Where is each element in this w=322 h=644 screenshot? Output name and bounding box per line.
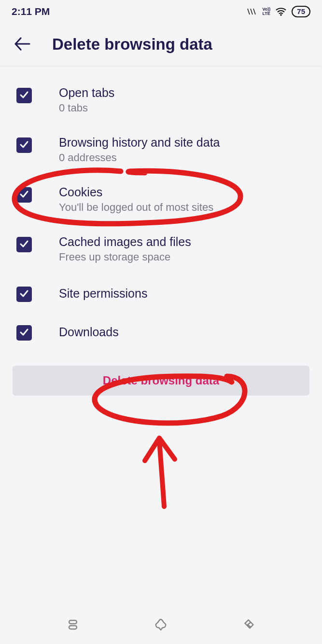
- option-cached-images[interactable]: Cached images and files Frees up storage…: [13, 224, 309, 274]
- nav-back-icon[interactable]: [242, 618, 256, 633]
- status-bar: 2:11 PM Vo))LTE 75: [0, 0, 322, 23]
- option-subtitle: 0 addresses: [59, 151, 220, 164]
- checkbox-cached-images[interactable]: [16, 237, 32, 252]
- check-icon: [19, 327, 29, 339]
- option-site-permissions[interactable]: Site permissions: [13, 274, 309, 313]
- option-title: Downloads: [59, 325, 119, 339]
- check-icon: [19, 90, 29, 101]
- option-subtitle: Frees up storage space: [59, 251, 191, 263]
- status-indicators: Vo))LTE 75: [247, 6, 310, 17]
- signal-icon: [247, 8, 257, 15]
- bottom-nav: [0, 607, 322, 644]
- option-cookies[interactable]: Cookies You'll be logged out of most sit…: [13, 175, 309, 224]
- back-button[interactable]: [12, 34, 33, 55]
- option-title: Browsing history and site data: [59, 136, 220, 150]
- checkbox-site-permissions[interactable]: [16, 287, 32, 302]
- check-icon: [19, 239, 29, 250]
- option-open-tabs[interactable]: Open tabs 0 tabs: [13, 75, 309, 125]
- svg-point-3: [280, 14, 282, 16]
- check-icon: [19, 189, 29, 201]
- svg-line-2: [253, 9, 255, 14]
- option-browsing-history[interactable]: Browsing history and site data 0 address…: [13, 125, 309, 175]
- volte-icon: Vo))LTE: [262, 7, 270, 16]
- option-subtitle: 0 tabs: [59, 102, 114, 114]
- option-title: Cookies: [59, 185, 213, 199]
- check-icon: [19, 139, 29, 151]
- wifi-icon: [275, 7, 287, 16]
- svg-line-1: [251, 9, 252, 14]
- battery-indicator: 75: [292, 6, 310, 17]
- option-title: Open tabs: [59, 86, 114, 100]
- svg-rect-5: [69, 626, 77, 629]
- checkbox-downloads[interactable]: [16, 325, 32, 341]
- check-icon: [19, 288, 29, 300]
- svg-rect-4: [69, 620, 77, 624]
- options-list: Open tabs 0 tabs Browsing history and si…: [0, 66, 322, 396]
- status-time: 2:11 PM: [12, 6, 50, 17]
- checkbox-cookies[interactable]: [16, 187, 32, 203]
- option-subtitle: You'll be logged out of most sites: [59, 201, 213, 214]
- checkbox-browsing-history[interactable]: [16, 137, 32, 153]
- annotation-arrow-up: [145, 438, 175, 507]
- arrow-left-icon: [14, 37, 30, 53]
- option-downloads[interactable]: Downloads: [13, 313, 309, 351]
- delete-browsing-data-button[interactable]: Delete browsing data: [13, 366, 309, 396]
- nav-recents-icon[interactable]: [66, 618, 80, 633]
- checkbox-open-tabs[interactable]: [16, 88, 32, 103]
- svg-line-0: [248, 9, 250, 14]
- page-title: Delete browsing data: [52, 35, 212, 54]
- nav-home-icon[interactable]: [154, 618, 168, 633]
- option-title: Site permissions: [59, 287, 147, 301]
- app-header: Delete browsing data: [0, 23, 322, 66]
- option-title: Cached images and files: [59, 235, 191, 249]
